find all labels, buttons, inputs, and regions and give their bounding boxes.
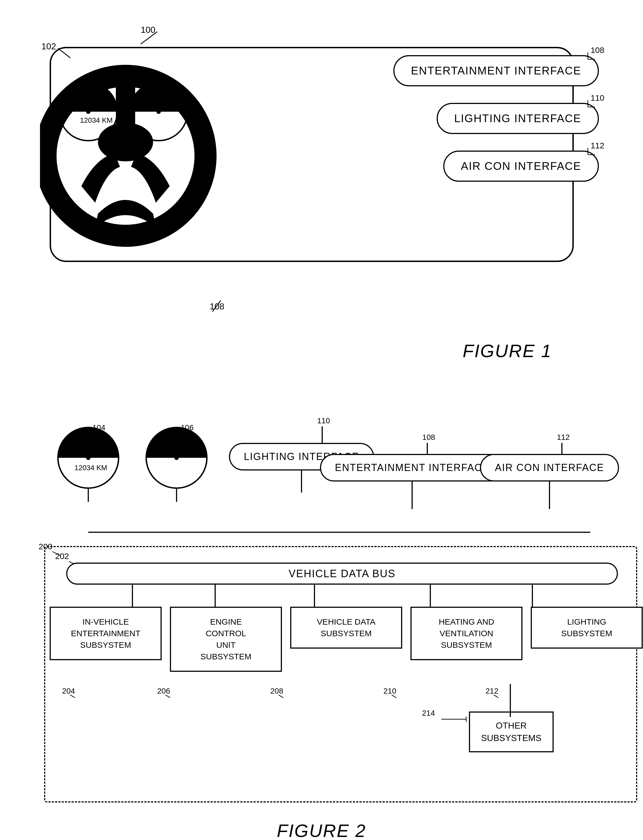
subsystem-212-box: LIGHTINGSUBSYSTEM — [531, 607, 643, 649]
figure2-section: 12034 KM 104 106 110 — [22, 405, 621, 840]
other-subsystems-box: OTHERSUBSYSTEMS — [469, 711, 553, 752]
fig2-lighting-bottom-stem — [299, 470, 304, 493]
svg-text:12034 KM: 12034 KM — [75, 463, 107, 472]
label-210-f2: 210 — [384, 687, 397, 695]
label-108-bottom-f1: 108 — [210, 302, 224, 312]
lighting-interface-btn[interactable]: LIGHTING INTERFACE — [437, 103, 599, 134]
label-112-f2: 112 — [557, 433, 570, 442]
svg-text:12034 KM: 12034 KM — [80, 116, 113, 124]
fig2-gauge-106-svg: 106 — [138, 414, 215, 502]
fig2-aircon-btn[interactable]: AIR CON INTERFACE — [480, 454, 619, 481]
label-110-arrow — [579, 97, 602, 108]
label-206-f2: 206 — [157, 687, 170, 695]
fig2-entertainment-stem — [424, 443, 430, 454]
subsystem-212-label: LIGHTINGSUBSYSTEM — [561, 617, 612, 638]
steering-wheel-area: 12034 KM 104 106 — [40, 48, 233, 247]
label-100: 100 — [141, 25, 155, 35]
fig2-top-area: 12034 KM 104 106 110 — [22, 405, 629, 535]
aircon-interface-row: 112 AIR CON INTERFACE — [337, 150, 599, 182]
label-204-f2: 204 — [62, 687, 75, 695]
fig2-entertainment-btn[interactable]: ENTERTAINMENT INTERFACE — [320, 454, 504, 481]
fig2-aircon-bottom-stem — [547, 481, 552, 509]
vehicle-data-bus: VEHICLE DATA BUS — [66, 563, 618, 585]
fig2-aircon-stem — [559, 443, 565, 454]
label-202-f2: 202 — [55, 551, 69, 561]
fig2-entertainment-bottom-stem — [410, 481, 415, 509]
svg-point-32 — [174, 455, 179, 460]
subsystem-210-label: HEATING ANDVENTILATIONSUBSYSTEM — [439, 617, 494, 649]
page: 100 102 12034 KM — [0, 0, 643, 840]
label-108-arrow — [579, 50, 602, 61]
other-subsystems-label: OTHERSUBSYSTEMS — [481, 721, 542, 743]
interfaces-area: 108 ENTERTAINMENT INTERFACE 110 LIGHTING… — [337, 55, 599, 182]
subsystem-208-label: VEHICLE DATASUBSYSTEM — [317, 617, 375, 638]
figure1-title: FIGURE 1 — [463, 341, 552, 361]
aircon-interface-btn[interactable]: AIR CON INTERFACE — [443, 150, 599, 182]
vehicle-data-bus-label: VEHICLE DATA BUS — [289, 568, 395, 580]
label-214-f2: 214 — [422, 709, 435, 718]
fig2-aircon-area: 112 AIR CON INTERFACE — [480, 433, 619, 509]
figure1-section: 100 102 12034 KM — [22, 16, 621, 389]
svg-rect-15 — [116, 82, 135, 142]
entertainment-interface-btn[interactable]: ENTERTAINMENT INTERFACE — [393, 55, 599, 86]
subsystem-204-box: IN-VEHICLEENTERTAINMENTSUBSYSTEM — [50, 607, 162, 660]
subsystem-208-box: VEHICLE DATASUBSYSTEM — [290, 607, 402, 649]
fig2-gauge-104-svg: 12034 KM 104 — [50, 414, 127, 502]
subsystem-210-box: HEATING ANDVENTILATIONSUBSYSTEM — [410, 607, 522, 660]
fig2-entertainment-area: 108 ENTERTAINMENT INTERFACE — [320, 433, 504, 509]
figure2-title: FIGURE 2 — [277, 820, 366, 840]
label-212-f2: 212 — [485, 687, 498, 695]
entertainment-interface-row: 108 ENTERTAINMENT INTERFACE — [337, 55, 599, 86]
subsystem-204-label: IN-VEHICLEENTERTAINMENTSUBSYSTEM — [71, 617, 140, 649]
svg-point-10 — [157, 109, 161, 114]
subsystem-206-box: ENGINECONTROLUNITSUBSYSTEM — [170, 607, 282, 672]
svg-point-4 — [86, 109, 90, 114]
steering-wheel-svg: 12034 KM 104 106 — [40, 48, 233, 247]
svg-point-25 — [86, 455, 90, 460]
subsystem-206-label: ENGINECONTROLUNITSUBSYSTEM — [200, 617, 251, 661]
lighting-interface-row: 110 LIGHTING INTERFACE — [337, 103, 599, 134]
label-110-f2: 110 — [317, 416, 330, 425]
svg-text:104: 104 — [92, 423, 105, 432]
label-208-f2: 208 — [270, 687, 283, 695]
subsystems-row: IN-VEHICLEENTERTAINMENTSUBSYSTEM ENGINEC… — [50, 607, 643, 672]
svg-text:106: 106 — [181, 423, 194, 432]
label-112-arrow — [579, 145, 602, 156]
label-108-f2: 108 — [422, 433, 435, 442]
